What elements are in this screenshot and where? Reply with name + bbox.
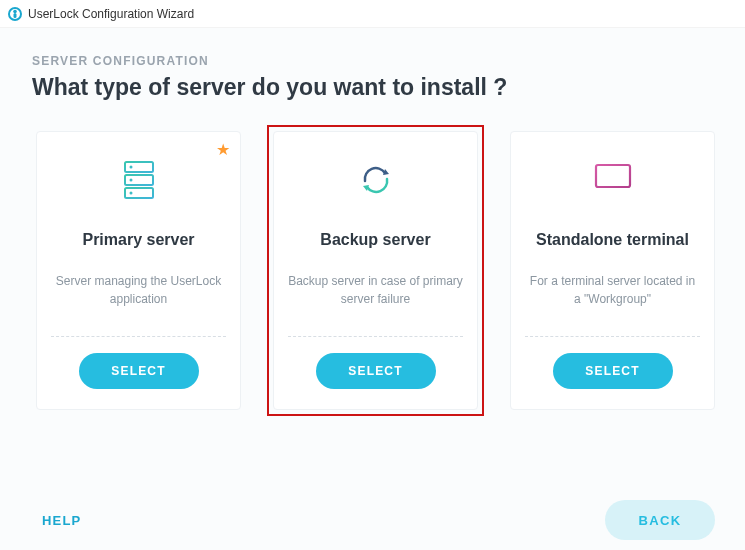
recommended-star-icon: ★ <box>216 140 230 159</box>
card-primary-server: ★ <box>36 131 241 410</box>
sync-icon <box>357 154 395 206</box>
svg-point-1 <box>13 9 17 13</box>
card-title-backup: Backup server <box>320 220 430 260</box>
card-wrap-backup-highlighted: Backup server Backup server in case of p… <box>267 125 484 416</box>
help-link[interactable]: HELP <box>42 513 81 528</box>
card-backup-server: Backup server Backup server in case of p… <box>273 131 478 410</box>
card-title-standalone: Standalone terminal <box>536 220 689 260</box>
window-title: UserLock Configuration Wizard <box>28 7 194 21</box>
card-wrap-primary: ★ <box>30 125 247 416</box>
card-footer: SELECT <box>525 337 700 409</box>
wizard-footer: HELP BACK <box>0 490 745 550</box>
back-button[interactable]: BACK <box>605 500 715 540</box>
card-desc-standalone: For a terminal server located in a "Work… <box>525 272 700 336</box>
terminal-icon <box>592 154 634 206</box>
card-row: ★ <box>30 125 715 416</box>
svg-rect-3 <box>125 162 153 172</box>
server-icon <box>122 154 156 206</box>
svg-point-7 <box>129 179 132 182</box>
card-footer: SELECT <box>51 337 226 409</box>
main-content: SERVER CONFIGURATION What type of server… <box>0 28 745 490</box>
svg-rect-4 <box>125 175 153 185</box>
select-standalone-button[interactable]: SELECT <box>553 353 673 389</box>
section-kicker: SERVER CONFIGURATION <box>32 54 715 68</box>
app-logo-icon <box>8 7 22 21</box>
select-primary-button[interactable]: SELECT <box>79 353 199 389</box>
svg-point-8 <box>129 192 132 195</box>
svg-rect-2 <box>14 13 17 18</box>
page-heading: What type of server do you want to insta… <box>32 74 715 101</box>
window-titlebar: UserLock Configuration Wizard <box>0 0 745 28</box>
card-footer: SELECT <box>288 337 463 409</box>
card-standalone-terminal: Standalone terminal For a terminal serve… <box>510 131 715 410</box>
svg-rect-11 <box>596 165 630 187</box>
card-wrap-standalone: Standalone terminal For a terminal serve… <box>504 125 721 416</box>
card-desc-backup: Backup server in case of primary server … <box>288 272 463 336</box>
card-desc-primary: Server managing the UserLock application <box>51 272 226 336</box>
select-backup-button[interactable]: SELECT <box>316 353 436 389</box>
svg-point-6 <box>129 166 132 169</box>
card-title-primary: Primary server <box>82 220 194 260</box>
svg-rect-5 <box>125 188 153 198</box>
